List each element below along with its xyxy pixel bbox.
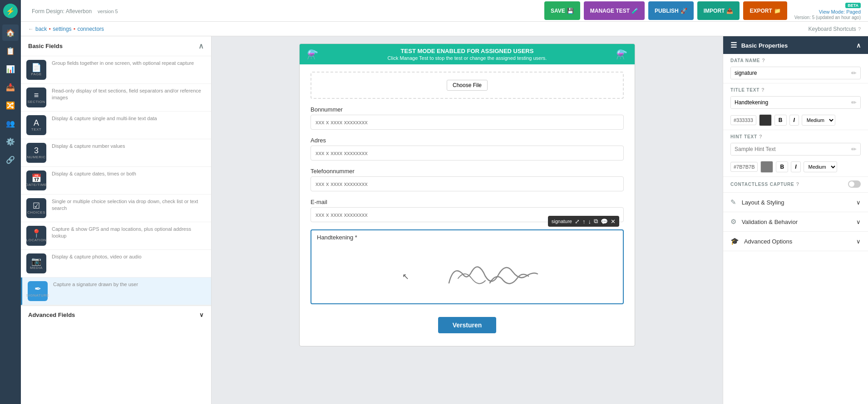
hint-text-input-wrapper: ✏ [730,143,861,156]
validation-chevron-icon: ∨ [856,219,861,225]
back-link[interactable]: back [35,26,47,32]
sig-copy-button[interactable]: ⧉ [594,218,598,225]
title-text-help-icon[interactable]: ? [761,87,765,92]
field-choices-icon: ☑ CHOICES [26,198,46,218]
left-panel: Basic Fields ∧ 📄 PAGE Group fields toget… [21,36,212,404]
signature-canvas[interactable]: ↖ [311,244,623,303]
validation-icon: ⚙ [730,218,736,225]
validation-section-header[interactable]: ⚙ Validation & Behavior ∨ [723,212,868,232]
header-buttons: SAVE 💾 MANAGE TEST 🧪 PUBLISH 🚀 IMPORT 📤 … [544,1,861,20]
save-button[interactable]: SAVE 💾 [544,1,580,20]
nav-integrations[interactable]: 🔗 [2,151,19,168]
left-nav: ⚡ 🏠 📋 📊 📥 🔀 👥 ⚙️ 🔗 [0,0,21,404]
hint-bold-button[interactable]: B [776,161,788,172]
title-color-picker[interactable] [759,114,772,126]
sig-up-button[interactable]: ↑ [582,218,586,225]
app-logo[interactable]: ⚡ [3,4,18,18]
form-field-adres: Adres [311,137,624,161]
field-text[interactable]: A TEXT Display & capture single and mult… [21,112,211,139]
hint-text-input[interactable] [731,143,848,155]
properties-icon: ☰ [730,41,737,49]
field-numeric[interactable]: 3 NUMERIC Display & capture number value… [21,139,211,167]
keyboard-help-icon[interactable]: ? [858,26,861,32]
contactless-section: CONTACTLESS CAPTURE ? [723,177,868,193]
nav-settings[interactable]: ⚙️ [2,133,19,150]
field-signature-icon: ✒ SIGNATURE [28,281,48,301]
field-location[interactable]: 📍 LOCATION Capture & show GPS and map lo… [21,222,211,250]
title-size-select[interactable]: Medium Small Large [802,115,835,126]
sig-down-button[interactable]: ↓ [588,218,592,225]
field-datetime[interactable]: 📅 DATE/TIME Display & capture dates, tim… [21,167,211,195]
layout-styling-section-header[interactable]: ✎ Layout & Styling ∨ [723,193,868,212]
data-name-input[interactable] [731,67,848,79]
advanced-fields-chevron: ∨ [199,312,204,318]
nav-home[interactable]: 🏠 [2,24,19,41]
hint-size-select[interactable]: Medium Small Large [804,161,837,172]
title-text-section: TITLE TEXT ? ✏ #333333 B I Medium [723,83,868,130]
nav-submissions[interactable]: 📥 [2,79,19,95]
nav-forms[interactable]: 📋 [2,43,19,59]
right-panel: ☰ Basic Properties ∧ DATA NAME ? ✏ [723,36,868,404]
field-choices[interactable]: ☑ CHOICES Single or multiple choice sele… [21,195,211,222]
manage-test-button[interactable]: MANAGE TEST 🧪 [584,1,645,20]
field-page-icon: 📄 PAGE [26,60,46,80]
hint-text-help-icon[interactable]: ? [759,134,763,139]
advanced-chevron-icon: ∨ [856,238,861,245]
form-field-bonnummer: Bonnummer [311,106,624,130]
nav-dashboard[interactable]: 📊 [2,61,19,77]
field-signature[interactable]: ✒ SIGNATURE Capture a signature drawn by… [21,277,211,305]
file-upload-area[interactable]: Choose File [311,72,624,99]
basic-fields-header[interactable]: Basic Fields ∧ [21,36,211,56]
signature-field-container[interactable]: signature ⤢ ↑ ↓ ⧉ 💬 ✕ Handtekening * ↖ [311,229,624,304]
choose-file-button[interactable]: Choose File [447,80,488,91]
advanced-fields-header[interactable]: Advanced Fields ∨ [21,305,211,324]
contactless-help-icon[interactable]: ? [796,181,800,187]
settings-link[interactable]: settings [53,26,71,32]
test-icon-left: ⚗️ [307,49,318,60]
field-text-icon: A TEXT [26,115,46,135]
title-bold-button[interactable]: B [774,115,787,126]
nav-users[interactable]: 👥 [2,115,19,131]
data-name-input-wrapper: ✏ [730,67,861,79]
title-color-value: #333333 [730,115,756,125]
title-text-input[interactable] [731,97,848,108]
advanced-options-section-header[interactable]: 🎓 Advanced Options ∨ [723,232,868,251]
hint-italic-button[interactable]: I [791,161,800,172]
right-panel-header: ☰ Basic Properties ∧ [723,36,868,54]
layout-chevron-icon: ∨ [856,199,861,206]
title-text-input-wrapper: ✏ [730,96,861,109]
publish-button[interactable]: PUBLISH 🚀 [648,1,694,20]
telefoonnummer-input[interactable] [311,176,624,191]
properties-collapse-icon[interactable]: ∧ [856,42,861,49]
adres-input[interactable] [311,146,624,161]
validation-label: Validation & Behavior [742,219,798,225]
keyboard-shortcuts[interactable]: Keyboard Shortcuts ? [808,26,861,32]
field-page[interactable]: 📄 PAGE Group fields together in one scre… [21,56,211,84]
connectors-link[interactable]: connectors [77,26,104,32]
sig-move-icon[interactable]: ⤢ [575,218,580,225]
title-italic-button[interactable]: I [789,115,799,126]
hint-text-edit-button[interactable]: ✏ [848,144,860,155]
submit-btn-row: Versturen [311,312,624,339]
title-text-edit-button[interactable]: ✏ [848,97,860,108]
hint-color-picker[interactable] [760,161,773,173]
field-media-icon: 📷 MEDIA [26,253,46,273]
import-button[interactable]: IMPORT 📤 [697,1,740,20]
data-name-edit-button[interactable]: ✏ [848,68,860,78]
field-section-icon: ≡ SECTION [26,88,46,107]
view-mode-link[interactable]: View Mode: Paged [819,9,861,15]
submit-button[interactable]: Versturen [438,317,497,333]
nav-workflows[interactable]: 🔀 [2,97,19,113]
data-name-help-icon[interactable]: ? [762,58,765,63]
top-header: Form Design: Afleverbon version 5 SAVE 💾… [21,0,868,22]
sig-close-button[interactable]: ✕ [611,218,616,225]
hint-text-section: HINT TEXT ? ✏ #7B7B7B B I Medium [723,130,868,177]
version-info-block: BETA View Mode: Paged Version: 5 (update… [794,1,861,20]
contactless-toggle[interactable] [848,180,861,188]
field-section[interactable]: ≡ SECTION Read-only display of text sect… [21,84,211,112]
signature-drawing [426,251,544,297]
field-media[interactable]: 📷 MEDIA Display & capture photos, video … [21,250,211,277]
sig-comment-button[interactable]: 💬 [601,218,608,225]
export-button[interactable]: EXPORT 📁 [743,1,787,20]
bonnummer-input[interactable] [311,115,624,130]
